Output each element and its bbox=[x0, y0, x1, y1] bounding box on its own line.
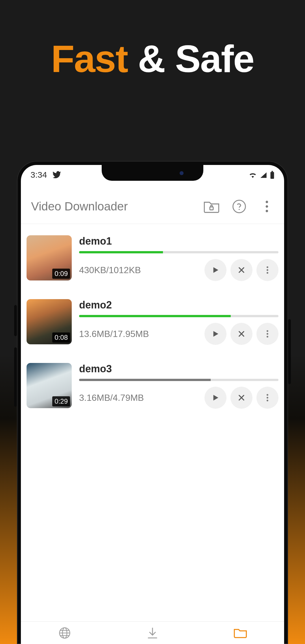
svg-point-10 bbox=[267, 272, 268, 274]
svg-point-3 bbox=[233, 200, 245, 213]
download-title: demo2 bbox=[79, 299, 278, 311]
download-item: 0:29 demo3 3.16MB/4.79MB bbox=[27, 352, 278, 415]
svg-rect-2 bbox=[210, 207, 213, 210]
item-menu-button[interactable] bbox=[256, 323, 278, 345]
play-button[interactable] bbox=[204, 323, 226, 345]
app-title: Video Downloader bbox=[31, 200, 194, 213]
item-menu-button[interactable] bbox=[256, 387, 278, 409]
download-size-status: 430KB/1012KB bbox=[79, 265, 201, 275]
phone-frame: 3:34 Video Downloader bbox=[17, 161, 288, 644]
download-progress bbox=[79, 251, 278, 253]
download-item: 0:08 demo2 13.6MB/17.95MB bbox=[27, 288, 278, 352]
wifi-icon bbox=[249, 172, 257, 178]
private-folder-button[interactable] bbox=[202, 197, 221, 216]
svg-point-11 bbox=[267, 330, 268, 332]
svg-point-13 bbox=[267, 336, 268, 338]
svg-point-9 bbox=[267, 269, 268, 271]
nav-files[interactable] bbox=[232, 626, 249, 639]
svg-point-15 bbox=[267, 397, 268, 399]
cancel-button[interactable] bbox=[230, 323, 252, 345]
video-thumbnail[interactable]: 0:09 bbox=[27, 235, 72, 280]
item-menu-button[interactable] bbox=[256, 259, 278, 281]
play-button[interactable] bbox=[204, 259, 226, 281]
twitter-icon bbox=[52, 170, 61, 179]
nav-browser[interactable] bbox=[56, 626, 73, 639]
download-title: demo3 bbox=[79, 363, 278, 375]
download-size-status: 3.16MB/4.79MB bbox=[79, 393, 201, 403]
downloads-list: 0:09 demo1 430KB/1012KB bbox=[21, 224, 284, 415]
app-header: Video Downloader bbox=[21, 185, 284, 224]
promo-headline: Fast & Safe bbox=[0, 0, 305, 81]
download-progress bbox=[79, 315, 278, 317]
video-thumbnail[interactable]: 0:08 bbox=[27, 299, 72, 344]
headline-word-safe: Safe bbox=[175, 37, 254, 80]
svg-point-12 bbox=[267, 333, 268, 335]
cancel-button[interactable] bbox=[230, 259, 252, 281]
svg-point-8 bbox=[267, 266, 268, 268]
svg-rect-1 bbox=[271, 171, 273, 172]
video-duration: 0:29 bbox=[52, 396, 70, 406]
battery-icon bbox=[270, 171, 274, 179]
svg-point-16 bbox=[267, 400, 268, 401]
play-button[interactable] bbox=[204, 387, 226, 409]
bottom-nav bbox=[21, 621, 284, 644]
nav-downloads[interactable] bbox=[144, 626, 161, 639]
phone-notch bbox=[102, 165, 203, 181]
video-duration: 0:08 bbox=[52, 332, 70, 343]
overflow-menu-button[interactable] bbox=[257, 197, 277, 216]
download-size-status: 13.6MB/17.95MB bbox=[79, 329, 201, 339]
download-title: demo1 bbox=[79, 235, 278, 247]
download-item: 0:09 demo1 430KB/1012KB bbox=[27, 224, 278, 288]
video-thumbnail[interactable]: 0:29 bbox=[27, 363, 72, 408]
download-progress bbox=[79, 379, 278, 381]
svg-rect-0 bbox=[271, 172, 274, 179]
svg-point-6 bbox=[266, 205, 268, 208]
svg-point-5 bbox=[266, 201, 268, 203]
help-button[interactable] bbox=[229, 197, 249, 216]
status-time: 3:34 bbox=[30, 170, 47, 180]
svg-point-4 bbox=[239, 209, 240, 210]
signal-icon bbox=[260, 172, 267, 178]
video-duration: 0:09 bbox=[52, 269, 70, 279]
cancel-button[interactable] bbox=[230, 387, 252, 409]
svg-point-7 bbox=[266, 210, 268, 212]
headline-word-fast: Fast bbox=[51, 37, 128, 80]
svg-point-14 bbox=[267, 394, 268, 396]
headline-ampersand: & bbox=[138, 37, 165, 80]
status-indicators bbox=[249, 171, 274, 179]
